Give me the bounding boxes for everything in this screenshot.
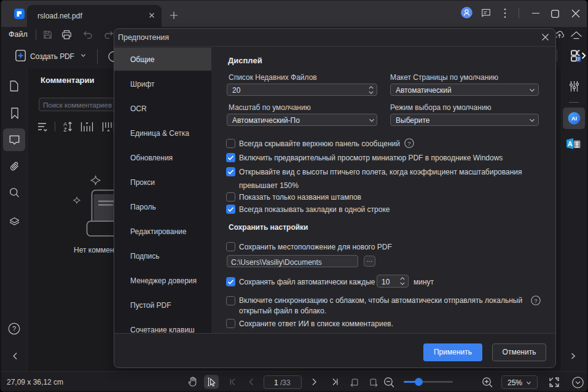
svg-text:?: ? xyxy=(12,325,16,332)
svg-text:?: ? xyxy=(534,297,537,304)
svg-text:A: A xyxy=(568,140,573,147)
svg-text:AI: AI xyxy=(571,116,577,122)
svg-text:?: ? xyxy=(407,140,410,147)
svg-text:Z: Z xyxy=(63,127,66,132)
